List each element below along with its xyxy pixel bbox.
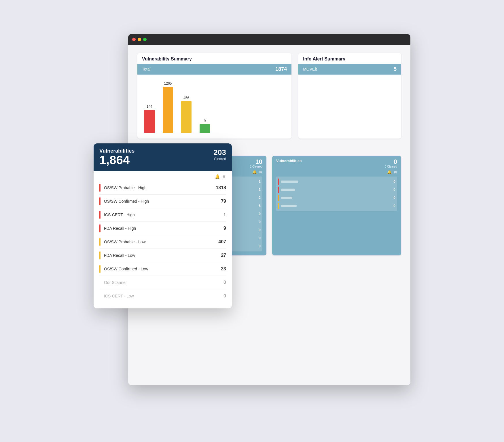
list-item-8: ICS-CERT - Low 0 xyxy=(99,289,226,303)
dc2-row-2-num: 0 xyxy=(390,196,395,200)
bar-group-green: 9 xyxy=(200,119,210,133)
severity-bar-high-0 xyxy=(99,184,101,192)
list-item-5: FDA Recall - Low 27 xyxy=(99,249,226,262)
info-alert-panel: Info Alert Summary MOVEit 5 xyxy=(298,53,401,139)
vc-left: Vulnerabilities 1,864 xyxy=(99,148,134,166)
item-label-3: FDA Recall - High xyxy=(104,226,223,231)
item-count-0: 1318 xyxy=(216,185,226,190)
info-alert-value: 5 xyxy=(394,66,397,72)
vc-bell-icon: 🔔 xyxy=(215,174,220,179)
dc2-row-1-num: 0 xyxy=(390,188,395,192)
vulnerability-summary-panel: Vulnerability Summary Total 1874 144 126… xyxy=(137,53,291,139)
bar-red xyxy=(144,110,155,133)
item-count-1: 79 xyxy=(221,199,226,204)
severity-bar-none-7 xyxy=(99,278,101,287)
list-item-3: FDA Recall - High 9 xyxy=(99,222,226,235)
bar-group-red: 144 xyxy=(144,105,155,133)
vuln-summary-title: Vulnerability Summary xyxy=(137,53,291,64)
severity-bar-high-3 xyxy=(99,224,101,232)
vc-body: 🔔 🖥 OS/SW Probable - High 1318 OS/SW Con… xyxy=(94,171,232,308)
info-alert-label: MOVEit xyxy=(303,67,317,71)
list-item-4: OS/SW Probable - Low 407 xyxy=(99,235,226,249)
dc2-dot-orange-2 xyxy=(278,195,279,201)
item-label-1: OS/SW Confirmed - High xyxy=(104,199,221,204)
severity-bar-high-1 xyxy=(99,197,101,205)
vc-icons-row: 🔔 🖥 xyxy=(99,174,226,179)
item-count-7: 0 xyxy=(223,280,226,285)
bar-label-green: 9 xyxy=(204,119,206,123)
maximize-icon[interactable] xyxy=(143,38,147,41)
dc1-row-7-num: 0 xyxy=(255,236,261,240)
item-label-7: Odr Scanner xyxy=(104,280,223,285)
vc-cleared-lbl: Cleared xyxy=(214,157,226,161)
vuln-chart-area: 144 1265 456 9 xyxy=(137,78,291,139)
dc2-rows: 0 0 xyxy=(276,177,397,211)
dc2-main-count: 0 xyxy=(385,159,397,165)
item-label-4: OS/SW Probable - Low xyxy=(104,240,218,244)
monitor-icon: 🖥 xyxy=(259,170,262,174)
dc2-row-bar-3 xyxy=(281,205,297,207)
vc-total: 1,864 xyxy=(99,154,134,166)
list-item-7: Odr Scanner 0 xyxy=(99,276,226,289)
item-count-6: 23 xyxy=(221,266,226,272)
dc1-row-0-num: 1 xyxy=(255,180,261,184)
bar-orange xyxy=(163,87,173,133)
severity-bar-none-8 xyxy=(99,292,101,300)
dc1-row-2-num: 2 xyxy=(255,196,261,200)
dc1-row-3-num: 6 xyxy=(255,204,261,208)
dc2-label: Vulnerabilities xyxy=(276,159,302,163)
dc2-row-3-num: 0 xyxy=(390,204,395,208)
bar-group-orange: 1265 xyxy=(163,81,173,133)
vc-cleared-num: 203 xyxy=(214,148,226,157)
dc1-row-1-num: 1 xyxy=(255,188,261,192)
dc2-dot-yellow-3 xyxy=(278,203,279,209)
list-item-1: OS/SW Confirmed - High 79 xyxy=(99,195,226,208)
item-count-5: 27 xyxy=(221,253,226,258)
bar-label-red: 144 xyxy=(147,105,152,109)
item-label-5: FDA Recall - Low xyxy=(104,253,221,258)
dc2-row-0-num: 0 xyxy=(390,180,395,184)
dc2-dot-red-1 xyxy=(278,187,279,193)
vuln-card-header: Vulnerabilities 1,864 203 Cleared xyxy=(94,143,232,171)
monitor-icon-2: 🖥 xyxy=(393,170,397,174)
bar-label-yellow: 456 xyxy=(183,96,189,100)
item-label-2: ICS-CERT - High xyxy=(104,213,223,217)
vuln-total-label: Total xyxy=(142,67,151,71)
dc1-main-count: 10 xyxy=(250,159,262,165)
item-label-8: ICS-CERT - Low xyxy=(104,294,223,298)
list-item-2: ICS-CERT - High 1 xyxy=(99,208,226,222)
item-count-8: 0 xyxy=(223,293,226,299)
severity-bar-low-6 xyxy=(99,265,101,273)
dc2-row-bar-0 xyxy=(281,181,298,183)
list-item-0: OS/SW Probable - High 1318 xyxy=(99,181,226,195)
info-alert-row: MOVEit 5 xyxy=(298,64,401,75)
dc2-row-bar-1 xyxy=(281,189,295,191)
dc1-row-8-num: 0 xyxy=(255,244,261,248)
bar-yellow xyxy=(181,101,192,133)
severity-bar-high-2 xyxy=(99,211,101,219)
browser-titlebar xyxy=(128,34,410,45)
dc2-cleared-label: 0 Cleared xyxy=(385,165,397,168)
detail-card-2-header: Vulnerabilities 0 0 Cleared xyxy=(276,159,397,168)
close-icon[interactable] xyxy=(132,38,136,41)
vuln-total-value: 1874 xyxy=(275,66,287,72)
bar-label-orange: 1265 xyxy=(164,81,172,86)
vuln-card: Vulnerabilities 1,864 203 Cleared 🔔 🖥 OS… xyxy=(94,143,232,308)
dc1-row-5-num: 0 xyxy=(255,220,261,224)
item-count-3: 9 xyxy=(223,226,226,231)
item-count-4: 407 xyxy=(218,239,226,244)
summary-row: Vulnerability Summary Total 1874 144 126… xyxy=(137,53,401,139)
vuln-total-row: Total 1874 xyxy=(137,64,291,75)
dc1-row-6-num: 0 xyxy=(255,228,261,232)
bar-green xyxy=(200,124,210,133)
item-label-6: OS/SW Confirmed - Low xyxy=(104,267,221,271)
minimize-icon[interactable] xyxy=(138,38,141,41)
dc2-row-1: 0 xyxy=(278,186,395,194)
info-alert-title: Info Alert Summary xyxy=(298,53,401,64)
dc1-count-block: 10 2 Cleared xyxy=(250,159,262,168)
dc2-row-bar-2 xyxy=(281,197,292,199)
dc2-count-block: 0 0 Cleared xyxy=(385,159,397,168)
dc1-cleared-label: 2 Cleared xyxy=(250,165,262,168)
list-item-6: OS/SW Confirmed - Low 23 xyxy=(99,262,226,276)
item-label-0: OS/SW Probable - High xyxy=(104,185,216,190)
